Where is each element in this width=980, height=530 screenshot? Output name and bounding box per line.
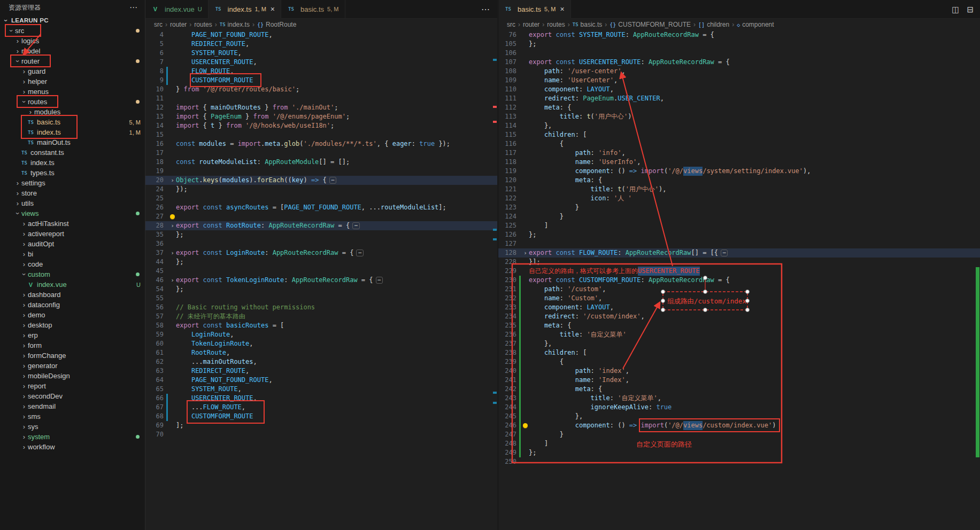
code-line-67[interactable]: 67 ...FLOW_ROUTE, <box>145 403 497 412</box>
code-line-27[interactable]: 27 <box>145 212 497 221</box>
code-line-46[interactable]: 46›export const TokenLoginRoute: AppRout… <box>145 276 497 285</box>
tree-item-desktop[interactable]: ›desktop <box>0 320 145 330</box>
code-line-76[interactable]: 76export const SYSTEM_ROUTE: AppRouteRec… <box>498 30 980 40</box>
code-line-109[interactable]: 109 name: 'UserCenter', <box>498 76 980 85</box>
code-line-57[interactable]: 57// 未经许可的基本路由 <box>145 312 497 321</box>
tree-item-guard[interactable]: ›guard <box>0 66 145 76</box>
tree-item-bi[interactable]: ›bi <box>0 249 145 259</box>
tree-item-demo[interactable]: ›demo <box>0 310 145 320</box>
code-line-9[interactable]: 9 CUSTOMFORM_ROUTE <box>145 76 497 85</box>
code-line-248[interactable]: 248 ] <box>498 439 980 448</box>
tree-item-erp[interactable]: ›erp <box>0 330 145 340</box>
breadcrumb-item[interactable]: router <box>523 21 539 28</box>
code-line-126[interactable]: 126}; <box>498 230 980 239</box>
code-line-20[interactable]: 20›Object.keys(modules).forEach((key) =>… <box>145 176 497 185</box>
tree-item-mainOut.ts[interactable]: TSmainOut.ts <box>0 137 145 147</box>
code-line-245[interactable]: 245 }, <box>498 412 980 421</box>
code-line-11[interactable]: 11 <box>145 94 497 103</box>
tree-item-dataconfig[interactable]: ›dataconfig <box>0 300 145 310</box>
overview-ruler-right[interactable] <box>975 0 980 530</box>
code-line-116[interactable]: 116 { <box>498 139 980 149</box>
close-icon[interactable]: × <box>560 5 564 13</box>
tree-item-index.vue[interactable]: Vindex.vueU <box>0 279 145 290</box>
code-line-17[interactable]: 17 <box>145 149 497 158</box>
tree-item-model[interactable]: ›model <box>0 46 145 56</box>
tree-item-routes[interactable]: ›routes <box>0 97 145 107</box>
tree-item-router[interactable]: ›router <box>0 56 145 66</box>
tree-item-mobileDesign[interactable]: ›mobileDesign <box>0 371 145 381</box>
breadcrumb-item[interactable]: component <box>742 21 774 28</box>
code-line-13[interactable]: 13import { PageEnum } from '/@/enums/pag… <box>145 112 497 121</box>
explorer-more-icon[interactable]: ⋯ <box>129 3 137 12</box>
folded-region-badge[interactable]: ⋯ <box>356 250 363 256</box>
code-line-108[interactable]: 108 path: '/user-center', <box>498 67 980 76</box>
tree-item-secondDev[interactable]: ›secondDev <box>0 391 145 401</box>
code-line-118[interactable]: 118 name: 'UserInfo', <box>498 158 980 167</box>
code-line-5[interactable]: 5 REDIRECT_ROUTE, <box>145 40 497 49</box>
code-line-119[interactable]: 119 component: () => import('/@/views/sy… <box>498 167 980 176</box>
code-line-12[interactable]: 12import { mainOutRoutes } from './mainO… <box>145 103 497 112</box>
code-line-238[interactable]: 238 children: [ <box>498 348 980 357</box>
breadcrumb-item[interactable]: CUSTOMFORM_ROUTE <box>618 21 691 28</box>
code-line-54[interactable]: 54}; <box>145 285 497 294</box>
code-line-247[interactable]: 247 } <box>498 430 980 439</box>
code-line-8[interactable]: 8 FLOW_ROUTE, <box>145 67 497 76</box>
code-line-244[interactable]: 244 ignoreKeepAlive: true <box>498 403 980 412</box>
code-line-56[interactable]: 56// Basic routing without permissions <box>145 303 497 312</box>
code-line-121[interactable]: 121 title: t('用户中心'), <box>498 185 980 194</box>
tree-item-system[interactable]: ›system <box>0 432 145 442</box>
code-line-123[interactable]: 123 } <box>498 203 980 212</box>
tree-item-form[interactable]: ›form <box>0 340 145 350</box>
code-line-107[interactable]: 107export const USERCENTER_ROUTE: AppRou… <box>498 58 980 67</box>
split-editor-icon[interactable]: ◫ <box>952 5 959 14</box>
code-line-70[interactable]: 70 <box>145 430 497 439</box>
code-line-6[interactable]: 6 SYSTEM_ROUTE, <box>145 49 497 58</box>
tree-item-logics[interactable]: ›logics <box>0 36 145 46</box>
tree-item-utils[interactable]: ›utils <box>0 198 145 208</box>
code-line-117[interactable]: 117 path: 'info', <box>498 149 980 158</box>
code-line-241[interactable]: 241 name: 'Index', <box>498 376 980 385</box>
code-line-250[interactable]: 250 <box>498 457 980 466</box>
code-line-63[interactable]: 63 REDIRECT_ROUTE, <box>145 367 497 376</box>
code-line-246[interactable]: 246 component: () => import('/@/views/cu… <box>498 421 980 430</box>
breadcrumb-item[interactable]: routes <box>547 21 565 28</box>
code-line-115[interactable]: 115 children: [ <box>498 130 980 139</box>
code-line-7[interactable]: 7 USERCENTER_ROUTE, <box>145 58 497 67</box>
lightbulb-icon[interactable] <box>169 212 176 221</box>
code-line-249[interactable]: 249}; <box>498 448 980 457</box>
tree-item-settings[interactable]: ›settings <box>0 178 145 188</box>
tree-item-sms[interactable]: ›sms <box>0 411 145 422</box>
code-line-240[interactable]: 240 path: 'index', <box>498 367 980 376</box>
breadcrumb-item[interactable]: basic.ts <box>581 21 603 28</box>
code-editor-right[interactable]: 76export const SYSTEM_ROUTE: AppRouteRec… <box>498 30 980 530</box>
breadcrumb-item[interactable]: routes <box>194 21 212 28</box>
code-line-122[interactable]: 122 icon: '人 ' <box>498 194 980 203</box>
code-line-242[interactable]: 242 meta: { <box>498 385 980 394</box>
tree-item-dashboard[interactable]: ›dashboard <box>0 290 145 300</box>
code-line-45[interactable]: 45 <box>145 267 497 276</box>
breadcrumb-item[interactable]: children <box>707 21 729 28</box>
code-line-235[interactable]: 235 meta: { <box>498 321 980 330</box>
tree-item-report[interactable]: ›report <box>0 381 145 391</box>
tree-item-auditOpt[interactable]: ›auditOpt <box>0 239 145 249</box>
code-line-111[interactable]: 111 redirect: PageEnum.USER_CENTER, <box>498 94 980 103</box>
code-line-59[interactable]: 59 LoginRoute, <box>145 330 497 339</box>
tree-item-store[interactable]: ›store <box>0 188 145 198</box>
project-section-header[interactable]: › LEARUN PC <box>0 15 145 26</box>
folded-region-badge[interactable]: ⋯ <box>721 250 728 256</box>
code-line-65[interactable]: 65 SYSTEM_ROUTE, <box>145 385 497 394</box>
code-line-234[interactable]: 234 redirect: '/custom/index', <box>498 312 980 321</box>
code-line-64[interactable]: 64 PAGE_NOT_FOUND_ROUTE, <box>145 376 497 385</box>
code-line-18[interactable]: 18const routeModuleList: AppRouteModule[… <box>145 158 497 167</box>
tree-item-index.ts[interactable]: TSindex.ts <box>0 158 145 168</box>
tree-item-sendmail[interactable]: ›sendmail <box>0 401 145 411</box>
code-line-60[interactable]: 60 TokenLoginRoute, <box>145 339 497 348</box>
lightbulb-icon[interactable] <box>522 421 529 430</box>
code-line-14[interactable]: 14import { t } from '/@/hooks/web/useI18… <box>145 121 497 130</box>
code-line-127[interactable]: 127 <box>498 239 980 248</box>
tree-item-code[interactable]: ›code <box>0 259 145 269</box>
tab-index.ts[interactable]: TSindex.ts1, M× <box>209 0 281 19</box>
tab-basic.ts[interactable]: TSbasic.ts5, M <box>281 0 345 18</box>
code-line-69[interactable]: 69]; <box>145 421 497 430</box>
code-line-35[interactable]: 35}; <box>145 230 497 239</box>
